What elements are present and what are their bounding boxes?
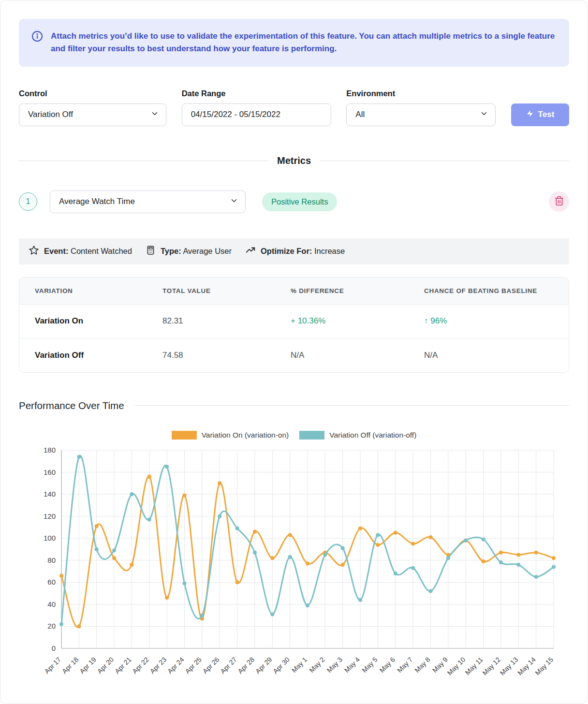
table-header-chance: CHANCE OF BEATING BASELINE xyxy=(424,287,569,294)
svg-text:40: 40 xyxy=(47,600,56,608)
optimize-meta: Optimize For: Increase xyxy=(245,245,345,258)
chart-legend: Variation On (variation-on) Variation Of… xyxy=(19,431,569,440)
svg-text:100: 100 xyxy=(44,534,56,542)
performance-section: Performance Over Time xyxy=(19,400,569,411)
legend-swatch-variation-off xyxy=(299,431,324,440)
svg-text:Apr 27: Apr 27 xyxy=(219,655,238,675)
svg-text:Apr 18: Apr 18 xyxy=(60,655,80,675)
svg-text:May 4: May 4 xyxy=(343,655,361,674)
variation-name-cell: Variation On xyxy=(35,316,162,326)
feature-experimentation-panel: Attach metrics you’d like to use to vali… xyxy=(0,0,588,704)
svg-text:May 1: May 1 xyxy=(290,655,309,674)
chevron-down-icon xyxy=(480,109,488,120)
event-meta: Event: Content Watched xyxy=(29,245,132,258)
svg-text:Apr 30: Apr 30 xyxy=(271,655,291,675)
svg-text:60: 60 xyxy=(47,578,56,586)
environment-select[interactable]: All xyxy=(346,103,496,126)
svg-text:May 15: May 15 xyxy=(533,655,555,676)
svg-text:Apr 21: Apr 21 xyxy=(113,655,133,675)
table-row: Variation On 82.31 + 10.36% ↑ 96% xyxy=(19,305,569,338)
svg-text:Apr 28: Apr 28 xyxy=(236,655,256,675)
svg-text:Apr 22: Apr 22 xyxy=(131,655,150,675)
svg-text:May 3: May 3 xyxy=(325,655,344,674)
metric-index-badge: 1 xyxy=(19,192,37,211)
chevron-down-icon xyxy=(230,196,238,207)
control-select-value: Variation Off xyxy=(28,110,73,119)
table-header-total-value: TOTAL VALUE xyxy=(162,287,291,294)
performance-heading: Performance Over Time xyxy=(19,400,124,411)
table-row: Variation Off 74.58 N/A N/A xyxy=(19,338,569,372)
trend-up-icon xyxy=(245,245,256,258)
svg-text:May 6: May 6 xyxy=(378,655,397,674)
svg-text:120: 120 xyxy=(44,512,56,520)
calculator-icon xyxy=(146,245,156,257)
type-meta: Type: Average User xyxy=(146,245,232,257)
legend-swatch-variation-on xyxy=(172,431,197,440)
svg-text:May 7: May 7 xyxy=(396,655,414,674)
svg-text:140: 140 xyxy=(44,490,56,498)
delete-metric-button[interactable] xyxy=(549,191,569,212)
svg-text:May 13: May 13 xyxy=(499,655,520,676)
metrics-heading: Metrics xyxy=(277,155,311,166)
positive-results-badge: Positive Results xyxy=(262,192,337,211)
svg-text:Apr 25: Apr 25 xyxy=(183,655,203,675)
svg-text:80: 80 xyxy=(47,556,56,564)
chance-cell: ↑ 96% xyxy=(424,316,569,326)
trash-icon xyxy=(554,196,564,207)
lightning-bolt-icon xyxy=(526,110,534,120)
svg-text:Apr 23: Apr 23 xyxy=(148,655,168,675)
svg-text:Apr 24: Apr 24 xyxy=(166,655,186,675)
svg-text:May 10: May 10 xyxy=(446,655,467,676)
test-button-label: Test xyxy=(538,110,555,119)
results-table: VARIATION TOTAL VALUE % DIFFERENCE CHANC… xyxy=(19,277,569,373)
svg-text:May 11: May 11 xyxy=(464,655,485,676)
test-button[interactable]: Test xyxy=(511,103,569,126)
date-range-label: Date Range xyxy=(182,89,331,98)
svg-text:Apr 26: Apr 26 xyxy=(201,655,221,675)
metric-select-value: Average Watch Time xyxy=(59,197,135,206)
date-range-value: 04/15/2022 - 05/15/2022 xyxy=(191,110,280,119)
environment-label: Environment xyxy=(346,89,496,98)
info-banner: Attach metrics you’d like to use to vali… xyxy=(19,19,569,67)
svg-text:May 8: May 8 xyxy=(413,655,431,674)
svg-text:Apr 20: Apr 20 xyxy=(96,655,116,675)
svg-text:0: 0 xyxy=(52,644,56,652)
date-range-input[interactable]: 04/15/2022 - 05/15/2022 xyxy=(182,103,331,126)
svg-text:Apr 19: Apr 19 xyxy=(78,655,98,675)
heading-rule xyxy=(135,405,569,406)
svg-text:160: 160 xyxy=(44,468,56,476)
difference-cell: N/A xyxy=(291,351,424,360)
svg-text:Apr 29: Apr 29 xyxy=(254,655,274,675)
svg-text:Apr 17: Apr 17 xyxy=(43,655,63,675)
total-value-cell: 82.31 xyxy=(162,316,291,326)
svg-text:20: 20 xyxy=(47,622,56,630)
performance-chart-container: Variation On (variation-on) Variation Of… xyxy=(19,431,569,704)
difference-cell: + 10.36% xyxy=(291,316,424,326)
metric-row: 1 Average Watch Time Positive Results xyxy=(19,191,569,213)
star-icon xyxy=(29,245,39,258)
chance-cell: N/A xyxy=(424,351,569,360)
table-header-row: VARIATION TOTAL VALUE % DIFFERENCE CHANC… xyxy=(19,278,569,305)
controls-row: Control Variation Off Date Range 04/15/2… xyxy=(19,89,569,126)
control-select[interactable]: Variation Off xyxy=(19,103,166,126)
info-banner-text: Attach metrics you’d like to use to vali… xyxy=(51,30,557,56)
svg-text:180: 180 xyxy=(44,446,56,454)
variation-name-cell: Variation Off xyxy=(35,351,162,360)
svg-text:May 14: May 14 xyxy=(516,655,537,676)
environment-select-value: All xyxy=(355,110,365,119)
svg-text:May 5: May 5 xyxy=(360,655,379,674)
performance-chart: 020406080100120140160180Apr 17Apr 18Apr … xyxy=(19,443,570,704)
table-header-variation: VARIATION xyxy=(35,287,162,294)
svg-text:May 2: May 2 xyxy=(308,655,326,674)
info-icon xyxy=(31,30,43,56)
metric-meta-bar: Event: Content Watched Type: Average Use… xyxy=(19,238,569,264)
metrics-section-divider: Metrics xyxy=(19,155,569,166)
legend-label: Variation On (variation-on) xyxy=(202,431,289,440)
legend-label: Variation Off (variation-off) xyxy=(329,431,416,440)
total-value-cell: 74.58 xyxy=(162,351,291,360)
chevron-down-icon xyxy=(150,109,159,120)
metric-select[interactable]: Average Watch Time xyxy=(50,191,246,213)
legend-item-variation-off[interactable]: Variation Off (variation-off) xyxy=(299,431,416,440)
svg-text:May 12: May 12 xyxy=(481,655,502,676)
legend-item-variation-on[interactable]: Variation On (variation-on) xyxy=(172,431,289,440)
